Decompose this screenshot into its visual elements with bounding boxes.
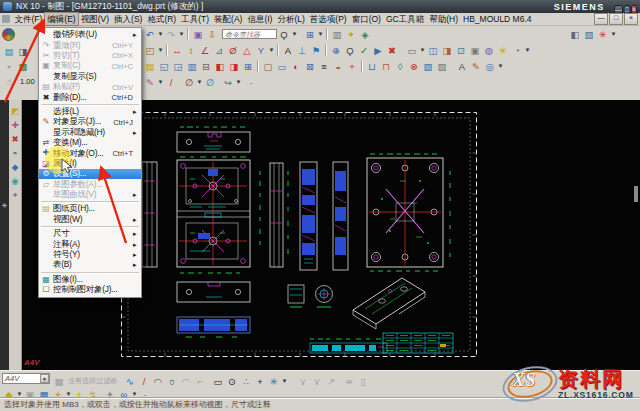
toolbar-icon[interactable]: ↗	[324, 375, 338, 388]
toolbar-icon[interactable]: ⌐	[193, 375, 207, 388]
canvas-scrollbar-thumb[interactable]	[634, 186, 638, 202]
toolbar-icon[interactable]: ✖	[385, 44, 399, 57]
toolbar-icon[interactable]: ∅	[182, 76, 196, 89]
toolbar-icon[interactable]: ≃	[342, 375, 356, 388]
menubar-item-12[interactable]: 帮助(H)	[427, 13, 461, 25]
side-toolbar-icon-1[interactable]: ✚	[9, 118, 21, 131]
toolbar-icon[interactable]: ✳	[267, 375, 281, 388]
toolbar-icon[interactable]: ⊙	[225, 375, 239, 388]
menu-item-27[interactable]: ☐控制制图对象(J)...	[39, 285, 141, 295]
toolbar-icon[interactable]: ◱	[157, 60, 171, 73]
toolbar-icon[interactable]: ▤	[2, 45, 16, 58]
toolbar-icon[interactable]: ☝	[2, 75, 16, 88]
chevron-down-icon[interactable]: ▼	[497, 63, 504, 69]
chevron-down-icon[interactable]: ▼	[178, 31, 185, 37]
toolbar-icon[interactable]: ∠	[198, 44, 212, 57]
chevron-down-icon[interactable]: ▼	[196, 79, 203, 85]
toolbar-icon[interactable]: ↔	[170, 44, 184, 57]
nx-start-icon[interactable]	[2, 28, 15, 41]
toolbar-icon[interactable]: ⊕	[329, 44, 343, 57]
toolbar-icon[interactable]: ↶	[143, 28, 157, 41]
toolbar-icon[interactable]: ◲	[171, 60, 185, 73]
toolbar-icon[interactable]: ⊞	[303, 28, 317, 41]
toolbar-icon[interactable]: ▤	[143, 60, 157, 73]
toolbar-icon[interactable]: ▩	[16, 60, 30, 73]
toolbar-icon[interactable]: ◔	[510, 44, 524, 57]
toolbar-icon[interactable]: ✦	[344, 28, 358, 41]
toolbar-icon[interactable]: ▭	[405, 44, 419, 57]
toolbar-icon[interactable]: ∅	[203, 76, 217, 89]
menubar-item-6[interactable]: 装配(A)	[212, 13, 245, 25]
active-view-combo[interactable]: A4V ▼	[2, 373, 50, 384]
chevron-down-icon[interactable]: ▼	[317, 31, 324, 37]
chevron-down-icon[interactable]: ▼	[235, 79, 242, 85]
toolbar-icon[interactable]: ⊠	[303, 60, 317, 73]
toolbar-icon[interactable]: ▭	[211, 375, 225, 388]
menu-item-24[interactable]: 表(B)▸	[39, 260, 141, 270]
toolbar-icon[interactable]: ⊿	[212, 44, 226, 57]
toolbar-icon[interactable]: ◰	[143, 44, 157, 57]
chevron-down-icon[interactable]: ▼	[419, 47, 426, 53]
toolbar-icon[interactable]: ✓	[357, 44, 371, 57]
menubar-item-3[interactable]: 插入(S)	[112, 13, 145, 25]
toolbar-icon[interactable]: ▧	[421, 60, 435, 73]
doc-minimize-button[interactable]: —	[594, 13, 608, 25]
chevron-down-icon[interactable]: ▼	[281, 378, 288, 384]
side-toolbar-icon-3[interactable]: ◓	[9, 146, 21, 159]
chevron-down-icon[interactable]: ▼	[524, 47, 531, 53]
toolbar-icon[interactable]: ∿	[123, 375, 137, 388]
toolbar-icon[interactable]: ▥	[185, 60, 199, 73]
side-toolbar-icon-4[interactable]: ◆	[9, 160, 21, 173]
toolbar-icon[interactable]: +	[253, 375, 267, 388]
side-toolbar-icon-2[interactable]: ✖	[9, 132, 21, 145]
toolbar-icon[interactable]: ◒	[331, 60, 345, 73]
toolbar-icon[interactable]: ◨	[16, 45, 30, 58]
toolbar-icon[interactable]: ⊞	[241, 60, 255, 73]
menubar-item-10[interactable]: 窗口(O)	[349, 13, 383, 25]
chevron-down-icon[interactable]: ▼	[291, 31, 298, 37]
toolbar-icon[interactable]: ▨	[435, 60, 449, 73]
doc-close-button[interactable]: ×	[624, 13, 638, 25]
toolbar-icon[interactable]: ◧	[213, 60, 227, 73]
toolbar-icon[interactable]: ○	[165, 375, 179, 388]
toolbar-icon[interactable]: ◐	[289, 60, 303, 73]
side-toolbar-icon-0[interactable]: ◩	[9, 104, 21, 117]
toolbar-icon[interactable]: Ø	[226, 44, 240, 57]
toolbar-icon[interactable]: ✎	[469, 60, 483, 73]
toolbar-icon[interactable]: /	[164, 76, 178, 89]
toolbar-icon[interactable]: ▯	[356, 375, 370, 388]
toolbar-icon[interactable]: ▢	[261, 60, 275, 73]
doc-restore-button[interactable]: □	[609, 13, 623, 25]
menu-item-16[interactable]: 草图曲线(V)▸	[39, 190, 141, 200]
toolbar-icon[interactable]: ↪	[221, 76, 235, 89]
toolbar-icon[interactable]: ◎	[483, 60, 497, 73]
toolbar-icon[interactable]: /	[137, 375, 151, 388]
toolbar-icon[interactable]: ◫	[426, 44, 440, 57]
toolbar-icon[interactable]: △	[240, 44, 254, 57]
menubar-item-8[interactable]: 分析(L)	[275, 13, 307, 25]
toolbar-icon[interactable]: ◨	[440, 44, 454, 57]
menu-item-6[interactable]: ✖删除(D)...Ctrl+D	[39, 92, 141, 102]
menubar-item-11[interactable]: GC工具箱	[383, 13, 426, 25]
chevron-down-icon[interactable]: ▼	[268, 47, 275, 53]
toolbar-icon[interactable]: ▶	[371, 44, 385, 57]
toolbar-icon[interactable]: ⊓	[379, 60, 393, 73]
menubar-item-1[interactable]: 编辑(E)	[45, 13, 78, 25]
chevron-down-icon[interactable]: ▼	[610, 31, 617, 37]
toolbar-icon[interactable]: ↷	[164, 28, 178, 41]
menubar-item-4[interactable]: 格式(R)	[145, 13, 179, 25]
chevron-down-icon[interactable]: ▼	[40, 374, 49, 383]
chevron-down-icon[interactable]: ▼	[157, 47, 164, 53]
menu-item-19[interactable]: 视图(W)▸	[39, 215, 141, 225]
toolbar-icon[interactable]: Ϙ	[343, 44, 357, 57]
toolbar-icon[interactable]: ▥	[330, 28, 344, 41]
menubar-item-0[interactable]: 文件(F)	[12, 13, 45, 25]
toolbar-icon[interactable]: ≡	[317, 60, 331, 73]
menubar-item-7[interactable]: 信息(I)	[245, 13, 275, 25]
menubar-item-5[interactable]: 工具(T)	[179, 13, 212, 25]
toolbar-icon[interactable]: ⊡	[454, 44, 468, 57]
toolbar-icon[interactable]: ◠	[179, 375, 193, 388]
toolbar-icon[interactable]: ◈	[358, 28, 372, 41]
toolbar-icon[interactable]: ⋎	[310, 375, 324, 388]
toolbar-icon[interactable]: ⚑	[309, 44, 323, 57]
